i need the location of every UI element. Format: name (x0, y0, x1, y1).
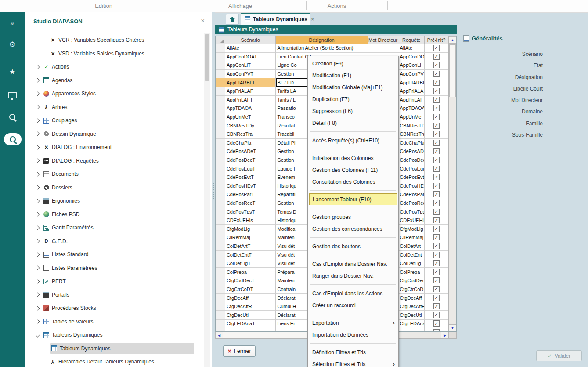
scenario-cell[interactable]: AppPriLAFT (225, 96, 276, 105)
tree-item[interactable]: Couplages (25, 114, 203, 127)
pre-init-cell[interactable] (425, 225, 448, 233)
row-selector[interactable] (216, 302, 225, 311)
row-selector[interactable] (216, 311, 225, 320)
menu-item[interactable]: Gestion des Colonnes (F11) (308, 164, 398, 176)
column-header-1[interactable]: Scénario (225, 36, 276, 44)
designation-cell[interactable]: Alimentation Atelier (Sortie Section) (276, 44, 368, 53)
row-selector[interactable] (216, 251, 225, 259)
pre-init-cell[interactable] (425, 121, 448, 130)
row-selector[interactable] (216, 320, 225, 328)
advanced-search-icon[interactable] (4, 133, 22, 145)
pre-init-cell[interactable] (425, 87, 448, 96)
row-selector[interactable] (216, 190, 225, 199)
pre-init-cell[interactable] (425, 156, 448, 165)
tree-item[interactable]: Portails (25, 288, 203, 302)
requete-cell[interactable]: CtgDecUti (398, 311, 425, 320)
requete-cell[interactable]: ColDetArt (398, 242, 425, 251)
tree-scrollbar-thumb[interactable] (205, 34, 209, 81)
pre-init-cell[interactable] (425, 164, 448, 173)
requete-cell[interactable]: CtgDecAff (398, 294, 425, 302)
pre-init-cell[interactable] (425, 173, 448, 182)
pre-init-cell[interactable] (425, 320, 448, 328)
requete-cell[interactable]: AppPriALA (398, 87, 425, 96)
row-selector[interactable] (216, 130, 225, 139)
tree-item[interactable]: Arbres (25, 101, 203, 114)
pre-init-cell[interactable] (425, 285, 448, 294)
menu-item[interactable]: Détail (F8) (308, 117, 398, 129)
row-selector[interactable] (216, 216, 225, 225)
scenario-cell[interactable]: ColPrepa (225, 268, 276, 276)
row-selector[interactable] (216, 294, 225, 302)
tree-item[interactable]: Documents (25, 167, 203, 181)
menu-item[interactable]: Accès Requête(s) (Ctrl+F10) (308, 134, 398, 146)
scenario-cell[interactable]: CtgCodDecT (225, 276, 276, 285)
requete-cell[interactable]: CBNResTDy (398, 121, 425, 130)
ribbon-tab-1[interactable]: Edition (95, 3, 112, 9)
search-icon[interactable] (0, 110, 25, 124)
row-selector[interactable] (216, 53, 225, 62)
menu-item[interactable]: Exportation› (308, 317, 398, 329)
menu-item[interactable]: Cas d'Emploi dans Dossier Nav. (308, 258, 398, 270)
tree-item[interactable]: Ergonomies (25, 194, 203, 208)
scenario-cell[interactable]: CtgLEDAnaT (225, 320, 276, 328)
row-selector[interactable] (216, 225, 225, 233)
requete-cell[interactable]: ColDetEnt (398, 251, 425, 259)
valider-button[interactable]: ✓ Valider (536, 350, 582, 361)
tree-item[interactable]: Hiérarchies Défaut Tableurs Dynamiques (25, 355, 203, 367)
menu-item[interactable]: Ranger dans Dossier Nav. (308, 270, 398, 282)
monitor-icon[interactable] (0, 88, 25, 102)
row-selector[interactable] (216, 121, 225, 130)
ribbon-tab-2[interactable]: Affichage (228, 3, 252, 9)
requete-cell[interactable]: CdePosADe (398, 147, 425, 156)
pre-init-cell[interactable] (425, 96, 448, 105)
requete-cell[interactable]: ColDetLig (398, 259, 425, 268)
row-selector[interactable] (216, 328, 225, 331)
row-selector[interactable] (216, 285, 225, 294)
scenario-cell[interactable]: ColDetEntT (225, 251, 276, 259)
vertical-scrollbar-thumb[interactable] (449, 44, 456, 97)
tree-item[interactable]: Agendas (25, 74, 203, 87)
scenario-cell[interactable]: CdeChaPla (225, 139, 276, 148)
scenario-cell[interactable]: CdePosEvtT (225, 173, 276, 182)
scroll-down-icon[interactable]: ▼ (449, 324, 456, 331)
pre-init-cell[interactable] (425, 147, 448, 156)
row-selector[interactable] (216, 156, 225, 165)
menu-item[interactable]: Duplication (F7) (308, 93, 398, 105)
menu-item[interactable]: Importation de Données (308, 329, 398, 341)
menu-item[interactable]: Cas d'Emploi dans les Actions (308, 287, 398, 299)
pre-init-cell[interactable] (425, 182, 448, 191)
menu-item[interactable]: Modification Globale (Maj+F1) (308, 81, 398, 93)
requete-cell[interactable]: CdePosRec (398, 199, 425, 208)
row-selector[interactable] (216, 70, 225, 79)
tree-item[interactable]: Procédures Stocks (25, 302, 203, 315)
scroll-left-icon[interactable]: ◀ (216, 332, 223, 338)
requete-cell[interactable]: CBNResTra (398, 130, 425, 139)
settings-gear-icon[interactable]: ⚙ (0, 38, 25, 51)
requete-cell[interactable]: CfgModLig (398, 225, 425, 233)
pre-init-cell[interactable] (425, 251, 448, 259)
requete-cell[interactable]: CdePosHEv (398, 182, 425, 191)
tree-item[interactable]: Listes Standard (25, 248, 203, 262)
row-selector[interactable] (216, 207, 225, 216)
row-selector[interactable] (216, 259, 225, 268)
requete-cell[interactable]: CtgDecAffR (398, 302, 425, 311)
select-all-corner[interactable] (216, 36, 225, 44)
tree-item[interactable]: Tableurs Dynamiques (25, 328, 203, 342)
scroll-right-icon[interactable]: ▶ (441, 332, 448, 338)
pre-init-cell[interactable] (425, 61, 448, 70)
pre-init-cell[interactable] (425, 328, 448, 331)
pre-init-cell[interactable] (425, 44, 448, 53)
tree-item[interactable]: DIALOG : Requêtes (25, 154, 203, 168)
row-selector[interactable] (216, 139, 225, 148)
scenario-cell[interactable]: CBNResTra (225, 130, 276, 139)
scenario-cell[interactable]: AppEIARBLT (225, 78, 276, 87)
pre-init-cell[interactable] (425, 190, 448, 199)
pre-init-cell[interactable] (425, 70, 448, 79)
scenario-cell[interactable]: ColDetArtT (225, 242, 276, 251)
requete-cell[interactable]: AppConDOA (398, 53, 425, 62)
menu-item[interactable]: Définition Filtres et Tris (308, 346, 398, 358)
pre-init-cell[interactable] (425, 53, 448, 62)
scenario-cell[interactable]: AppConPVT (225, 70, 276, 79)
mot-directeur-cell[interactable] (368, 44, 399, 53)
tree-item[interactable]: Fiches PSD (25, 208, 203, 222)
